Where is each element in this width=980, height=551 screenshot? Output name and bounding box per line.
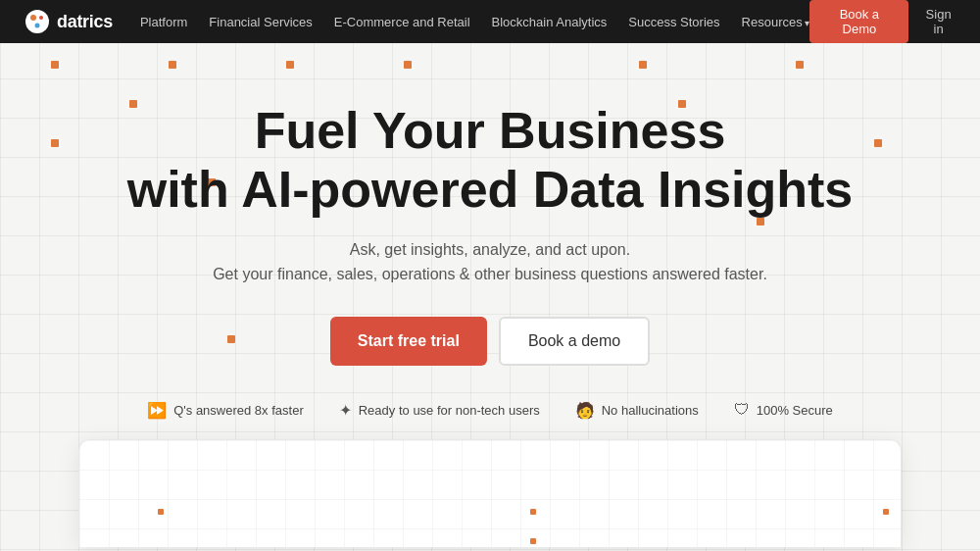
hero-title-line1: Fuel Your Business [255, 102, 726, 159]
feature-badge-hallucinations: 🧑 No hallucinations [575, 401, 699, 420]
hero-title-line2: with AI-powered Data Insights [127, 161, 854, 218]
logo[interactable]: datrics [24, 8, 113, 35]
book-demo-hero-button[interactable]: Book a demo [499, 317, 650, 366]
start-trial-button[interactable]: Start free trial [330, 317, 487, 366]
svg-point-1 [30, 15, 36, 21]
hero-subtitle-line1: Ask, get insights, analyze, and act upon… [350, 241, 630, 258]
dash-decoration-dot [530, 509, 536, 515]
feature-hallucinations-label: No hallucinations [602, 403, 699, 418]
logo-icon [24, 8, 51, 35]
logo-text: datrics [57, 12, 113, 32]
feature-speed-label: Q's answered 8x faster [173, 403, 304, 418]
dash-decoration-dot [530, 538, 536, 544]
dashboard-preview [78, 439, 902, 547]
dash-decoration-dot [883, 509, 889, 515]
feature-nontech-label: Ready to use for non-tech users [359, 403, 540, 418]
signin-button[interactable]: Sign in [920, 7, 956, 36]
secure-icon: 🛡 [734, 401, 750, 419]
dash-decoration-dot [158, 509, 164, 515]
nav-links: Platform Financial Services E-Commerce a… [140, 15, 810, 29]
hero-buttons: Start free trial Book a demo [0, 317, 980, 366]
nav-financial-services[interactable]: Financial Services [209, 15, 313, 29]
feature-badges: ⏩ Q's answered 8x faster ✦ Ready to use … [0, 401, 980, 420]
feature-badge-secure: 🛡 100% Secure [734, 401, 833, 419]
nav-actions: Book a Demo Sign in [809, 0, 956, 43]
feature-badge-nontech: ✦ Ready to use for non-tech users [339, 401, 540, 420]
book-demo-nav-button[interactable]: Book a Demo [809, 0, 908, 43]
nav-success-stories[interactable]: Success Stories [628, 15, 719, 29]
speed-icon: ⏩ [147, 401, 167, 420]
nav-blockchain[interactable]: Blockchain Analytics [492, 15, 608, 29]
nav-ecommerce[interactable]: E-Commerce and Retail [334, 15, 470, 29]
hero-subtitle: Ask, get insights, analyze, and act upon… [0, 237, 980, 287]
svg-point-2 [39, 16, 43, 20]
nav-platform[interactable]: Platform [140, 15, 187, 29]
hero-section: Fuel Your Business with AI-powered Data … [0, 43, 980, 420]
hero-title: Fuel Your Business with AI-powered Data … [0, 102, 980, 220]
nontech-icon: ✦ [339, 401, 352, 420]
feature-badge-speed: ⏩ Q's answered 8x faster [147, 401, 304, 420]
feature-secure-label: 100% Secure [757, 403, 833, 418]
hallucinations-icon: 🧑 [575, 401, 595, 420]
navbar: datrics Platform Financial Services E-Co… [0, 0, 980, 43]
svg-point-3 [35, 24, 40, 28]
dashboard-inner [79, 440, 901, 547]
hero-subtitle-line2: Get your finance, sales, operations & ot… [213, 266, 767, 282]
nav-resources[interactable]: Resources [742, 15, 810, 29]
svg-point-0 [25, 10, 49, 33]
